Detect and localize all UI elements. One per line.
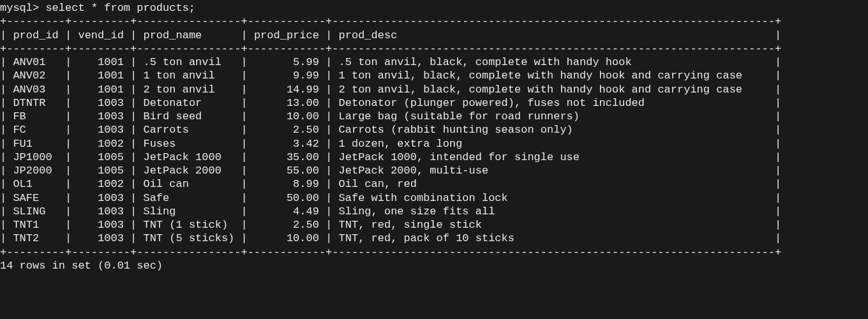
cell-prod_price: 9.99 [248,70,326,82]
cell-prod_name: Bird seed [137,110,241,122]
cell-prod_desc: Detonator (plunger powered), fuses not i… [332,97,775,109]
table-row: | OL1 | 1002 | Oil can | 8.99 | Oil can,… [0,177,868,191]
table-row: | ANV03 | 1001 | 2 ton anvil | 14.99 | 2… [0,83,868,96]
cell-prod_id: SAFE [6,192,65,204]
cell-prod_desc: JetPack 2000, multi-use [332,165,775,177]
cell-prod_id: ANV02 [6,70,65,82]
cell-prod_id: SLING [6,205,65,218]
cell-vend_id: 1002 [71,178,130,190]
table-border: +---------+---------+----------------+--… [0,246,868,259]
column-header-vend_id: vend_id [71,29,130,41]
table-border: +---------+---------+----------------+--… [0,42,868,56]
cell-prod_price: 4.49 [248,205,326,218]
cell-prod_desc: Safe with combination lock [332,192,775,204]
cell-vend_id: 1003 [71,219,130,231]
cell-vend_id: 1005 [71,165,130,177]
table-row: | JP2000 | 1005 | JetPack 2000 | 55.00 |… [0,164,868,177]
cell-prod_price: 35.00 [248,151,326,163]
cell-prod_price: 5.99 [248,56,326,68]
cell-prod_desc: Large bag (suitable for road runners) [332,110,775,122]
prompt-line: mysql> select * from products; [0,1,868,15]
table-row: | FB | 1003 | Bird seed | 10.00 | Large … [0,110,868,123]
cell-prod_desc: 1 ton anvil, black, complete with handy … [332,70,775,82]
table-header-row: | prod_id | vend_id | prod_name | prod_p… [0,29,868,42]
cell-prod_price: 55.00 [248,165,326,177]
cell-vend_id: 1005 [71,151,130,163]
cell-prod_name: JetPack 1000 [137,151,241,163]
cell-prod_id: JP2000 [6,165,65,177]
table-row: | TNT1 | 1003 | TNT (1 stick) | 2.50 | T… [0,218,868,232]
cell-prod_price: 10.00 [248,232,326,244]
table-row: | SLING | 1003 | Sling | 4.49 | Sling, o… [0,205,868,218]
cell-prod_id: OL1 [6,178,65,190]
cell-prod_id: TNT1 [6,219,65,231]
table-row: | FC | 1003 | Carrots | 2.50 | Carrots (… [0,123,868,137]
sql-query[interactable]: select * from products; [45,2,195,14]
cell-prod_name: JetPack 2000 [137,165,241,177]
cell-prod_name: Fuses [137,138,241,150]
cell-prod_id: DTNTR [6,97,65,109]
cell-vend_id: 1001 [71,84,130,96]
cell-vend_id: 1001 [71,70,130,82]
table-row: | FU1 | 1002 | Fuses | 3.42 | 1 dozen, e… [0,137,868,151]
cell-prod_name: 2 ton anvil [137,84,241,96]
table-row: | DTNTR | 1003 | Detonator | 13.00 | Det… [0,96,868,110]
mysql-terminal-output: mysql> select * from products;+---------… [0,0,868,272]
result-summary: 14 rows in set (0.01 sec) [0,259,868,272]
cell-prod_desc: 2 ton anvil, black, complete with handy … [332,84,775,96]
cell-prod_id: ANV03 [6,84,65,96]
cell-vend_id: 1003 [71,205,130,218]
table-row: | ANV02 | 1001 | 1 ton anvil | 9.99 | 1 … [0,69,868,82]
cell-vend_id: 1003 [71,97,130,109]
column-header-prod_price: prod_price [248,29,326,41]
cell-prod_price: 2.50 [248,219,326,231]
mysql-prompt: mysql> [0,2,45,14]
cell-prod_name: Oil can [137,178,241,190]
cell-prod_name: TNT (5 sticks) [137,232,241,244]
cell-vend_id: 1003 [71,110,130,122]
table-row: | ANV01 | 1001 | .5 ton anvil | 5.99 | .… [0,56,868,69]
table-row: | SAFE | 1003 | Safe | 50.00 | Safe with… [0,191,868,205]
cell-vend_id: 1003 [71,124,130,136]
table-row: | TNT2 | 1003 | TNT (5 sticks) | 10.00 |… [0,232,868,245]
cell-prod_id: FC [6,124,65,136]
cell-prod_desc: Oil can, red [332,178,775,190]
cell-prod_id: ANV01 [6,56,65,68]
cell-prod_price: 2.50 [248,124,326,136]
cell-vend_id: 1002 [71,138,130,150]
cell-prod_name: Safe [137,192,241,204]
cell-prod_price: 50.00 [248,192,326,204]
cell-prod_desc: Sling, one size fits all [332,205,775,218]
cell-prod_desc: JetPack 1000, intended for single use [332,151,775,163]
cell-prod_name: Detonator [137,97,241,109]
column-header-prod_id: prod_id [6,29,65,41]
cell-prod_id: FU1 [6,138,65,150]
cell-prod_desc: Carrots (rabbit hunting season only) [332,124,775,136]
cell-vend_id: 1001 [71,56,130,68]
cell-vend_id: 1003 [71,232,130,244]
table-border: +---------+---------+----------------+--… [0,15,868,28]
cell-prod_id: JP1000 [6,151,65,163]
cell-prod_name: Carrots [137,124,241,136]
cell-prod_price: 3.42 [248,138,326,150]
table-row: | JP1000 | 1005 | JetPack 1000 | 35.00 |… [0,151,868,164]
cell-prod_name: .5 ton anvil [137,56,241,68]
cell-prod_price: 14.99 [248,84,326,96]
cell-prod_name: 1 ton anvil [137,70,241,82]
cell-prod_id: TNT2 [6,232,65,244]
cell-prod_desc: .5 ton anvil, black, complete with handy… [332,56,775,68]
cell-vend_id: 1003 [71,192,130,204]
cell-prod_price: 8.99 [248,178,326,190]
cell-prod_price: 13.00 [248,97,326,109]
cell-prod_name: Sling [137,205,241,218]
cell-prod_desc: 1 dozen, extra long [332,138,775,150]
cell-prod_desc: TNT, red, pack of 10 sticks [332,232,775,244]
cell-prod_price: 10.00 [248,110,326,122]
column-header-prod_name: prod_name [137,29,241,41]
cell-prod_desc: TNT, red, single stick [332,219,775,231]
cell-prod_id: FB [6,110,65,122]
column-header-prod_desc: prod_desc [332,29,775,41]
cell-prod_name: TNT (1 stick) [137,219,241,231]
